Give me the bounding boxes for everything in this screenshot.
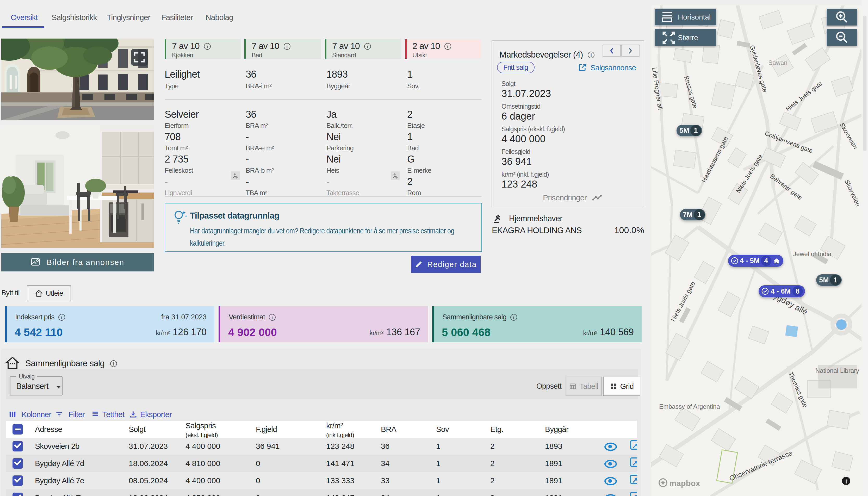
svg-text:1: 1	[697, 211, 701, 219]
svg-text:7M: 7M	[683, 211, 693, 219]
svg-text:5M: 5M	[679, 127, 689, 135]
svg-text:4: 4	[764, 257, 768, 265]
svg-text:1: 1	[833, 276, 837, 284]
svg-text:Større: Større	[678, 34, 698, 42]
svg-text:8: 8	[795, 287, 800, 295]
svg-text:Horisontal: Horisontal	[678, 13, 711, 21]
svg-text:i: i	[845, 478, 847, 485]
svg-text:4 - 5M: 4 - 5M	[740, 257, 760, 265]
svg-text:1: 1	[694, 127, 698, 135]
svg-text:Sawan: Sawan	[768, 59, 787, 66]
svg-text:mapbox: mapbox	[669, 479, 700, 488]
svg-text:5M: 5M	[819, 276, 829, 284]
svg-text:Embassy of Argentina: Embassy of Argentina	[659, 403, 720, 410]
svg-text:National Library: National Library	[816, 367, 859, 374]
svg-text:4 - 6M: 4 - 6M	[771, 287, 791, 295]
svg-text:Jewel of India: Jewel of India	[793, 250, 832, 258]
